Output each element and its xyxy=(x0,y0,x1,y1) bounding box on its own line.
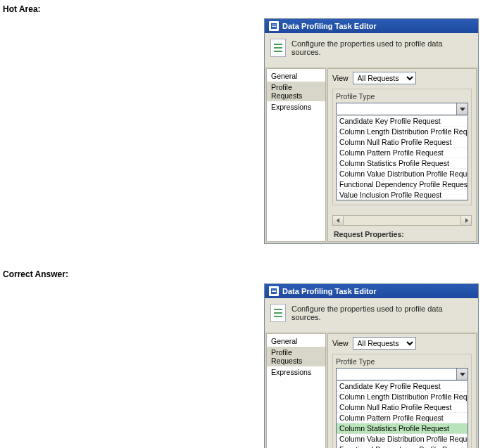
hot-area-label: Hot Area: xyxy=(0,0,483,18)
scroll-left-icon[interactable] xyxy=(333,216,344,225)
nav-item-expressions[interactable]: Expressions xyxy=(267,366,325,378)
view-select[interactable]: All Requests xyxy=(353,337,416,350)
title-text: Data Profiling Task Editor xyxy=(282,22,377,30)
horizontal-scrollbar[interactable] xyxy=(332,215,472,226)
combo-dropdown-button[interactable] xyxy=(456,369,468,380)
view-label: View xyxy=(332,339,349,347)
nav-item-profile-requests[interactable]: Profile Requests xyxy=(267,347,325,366)
profile-type-input[interactable] xyxy=(337,103,456,115)
profile-option[interactable]: Column Length Distribution Profile Reque… xyxy=(337,392,468,402)
description-text: Configure the properties used to profile… xyxy=(291,39,472,56)
page-icon xyxy=(270,39,286,57)
profile-option[interactable]: Functional Dependency Profile Request xyxy=(337,444,468,448)
nav-item-expressions[interactable]: Expressions xyxy=(267,101,325,113)
right-pane: View All Requests Profile Type Candidate… xyxy=(327,333,477,448)
profile-option[interactable]: Column Pattern Profile Request xyxy=(337,413,468,423)
profile-option[interactable]: Column Null Ratio Profile Request xyxy=(337,137,468,148)
profile-option[interactable]: Value Inclusion Profile Request xyxy=(337,190,468,200)
profile-type-input[interactable] xyxy=(337,369,456,380)
nav-item-general[interactable]: General xyxy=(267,70,325,82)
title-text: Data Profiling Task Editor xyxy=(282,287,377,295)
title-bar: Data Profiling Task Editor xyxy=(265,284,478,298)
title-bar: Data Profiling Task Editor xyxy=(265,19,478,33)
profile-option[interactable]: Column Statistics Profile Request xyxy=(337,158,468,169)
svg-rect-2 xyxy=(272,26,276,27)
description-row: Configure the properties used to profile… xyxy=(265,33,478,67)
profile-type-group: Profile Type Candidate Key Profile Reque… xyxy=(332,89,472,205)
description-text: Configure the properties used to profile… xyxy=(291,305,472,321)
svg-rect-1 xyxy=(272,25,276,25)
profile-option[interactable]: Column Length Distribution Profile Reque… xyxy=(337,127,468,137)
left-nav: GeneralProfile RequestsExpressions xyxy=(266,333,326,448)
nav-item-profile-requests[interactable]: Profile Requests xyxy=(267,82,325,101)
view-select[interactable]: All Requests xyxy=(353,72,416,84)
document-icon xyxy=(269,21,279,31)
profile-type-combo[interactable] xyxy=(336,103,468,115)
svg-marker-5 xyxy=(465,218,468,223)
profile-option[interactable]: Column Value Distribution Profile Reques… xyxy=(337,434,468,444)
profile-option[interactable]: Column Null Ratio Profile Request xyxy=(337,402,468,413)
combo-dropdown-button[interactable] xyxy=(456,103,468,115)
svg-rect-7 xyxy=(272,290,276,290)
task-editor-top: Data Profiling Task Editor Configure the… xyxy=(264,18,479,244)
profile-type-combo[interactable] xyxy=(336,368,468,380)
task-editor-bottom: Data Profiling Task Editor Configure the… xyxy=(264,283,479,448)
profile-option[interactable]: Column Value Distribution Profile Reques… xyxy=(337,169,468,179)
profile-type-options: Candidate Key Profile RequestColumn Leng… xyxy=(336,116,468,200)
page-icon xyxy=(270,304,286,322)
profile-type-options: Candidate Key Profile RequestColumn Leng… xyxy=(336,381,468,448)
svg-marker-4 xyxy=(337,218,339,223)
nav-item-general[interactable]: General xyxy=(267,335,325,347)
right-pane: View All Requests Profile Type Candidate… xyxy=(327,68,477,242)
request-properties-label: Request Properties: xyxy=(332,226,472,241)
scroll-right-icon[interactable] xyxy=(460,216,471,225)
profile-option[interactable]: Column Statistics Profile Request xyxy=(337,423,468,434)
profile-option[interactable]: Functional Dependency Profile Request xyxy=(337,179,468,190)
description-row: Configure the properties used to profile… xyxy=(265,298,478,332)
profile-option[interactable]: Column Pattern Profile Request xyxy=(337,148,468,158)
correct-answer-label: Correct Answer: xyxy=(0,265,483,283)
profile-type-label: Profile Type xyxy=(336,357,468,366)
profile-option[interactable]: Candidate Key Profile Request xyxy=(337,381,468,392)
svg-marker-9 xyxy=(460,373,465,376)
profile-type-group: Profile Type Candidate Key Profile Reque… xyxy=(332,354,472,448)
view-label: View xyxy=(332,74,349,82)
profile-option[interactable]: Candidate Key Profile Request xyxy=(337,116,468,127)
profile-type-label: Profile Type xyxy=(336,92,468,101)
svg-rect-8 xyxy=(272,291,276,292)
document-icon xyxy=(269,286,279,296)
svg-marker-3 xyxy=(460,108,465,111)
left-nav: GeneralProfile RequestsExpressions xyxy=(266,68,326,242)
